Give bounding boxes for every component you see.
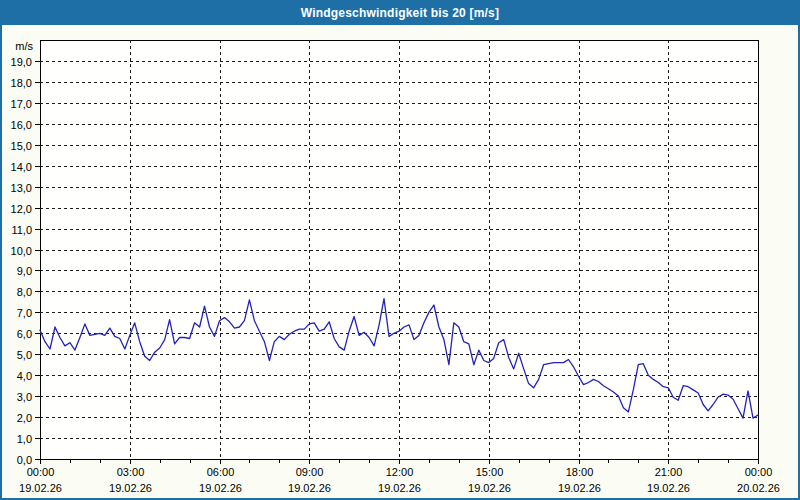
y-tick-label: 17,0 — [11, 98, 32, 110]
x-tick-time-label: 09:00 — [296, 466, 324, 478]
y-tick-label: 9,0 — [17, 265, 32, 277]
y-tick-label: 5,0 — [17, 349, 32, 361]
x-tick-time-label: 06:00 — [207, 466, 235, 478]
x-tick-date-label: 20.02.26 — [737, 482, 780, 494]
y-tick-label: 8,0 — [17, 286, 32, 298]
y-tick-label: 12,0 — [11, 203, 32, 215]
x-tick-time-label: 00:00 — [27, 466, 55, 478]
y-tick-label: 11,0 — [11, 224, 32, 236]
x-tick-date-label: 19.02.26 — [378, 482, 421, 494]
x-tick-time-label: 15:00 — [476, 466, 504, 478]
y-tick-label: 4,0 — [17, 370, 32, 382]
y-tick-label: 7,0 — [17, 307, 32, 319]
y-tick-label: 2,0 — [17, 412, 32, 424]
x-tick-time-label: 21:00 — [655, 466, 683, 478]
wind-speed-chart: 0,01,02,03,04,05,06,07,08,09,010,011,012… — [0, 0, 800, 500]
y-tick-label: 16,0 — [11, 119, 32, 131]
x-tick-time-label: 18:00 — [566, 466, 594, 478]
x-tick-time-label: 12:00 — [386, 466, 414, 478]
x-tick-date-label: 19.02.26 — [468, 482, 511, 494]
y-tick-label: 14,0 — [11, 161, 32, 173]
x-tick-date-label: 19.02.26 — [288, 482, 331, 494]
y-tick-label: 18,0 — [11, 77, 32, 89]
y-axis-unit-label: m/s — [15, 40, 33, 52]
x-tick-time-label: 00:00 — [745, 466, 773, 478]
wind-speed-chart-window: Windgeschwindigkeit bis 20 [m/s] 0,01,02… — [0, 0, 800, 500]
x-tick-date-label: 19.02.26 — [647, 482, 690, 494]
y-tick-label: 0,0 — [17, 454, 32, 466]
x-tick-time-label: 03:00 — [117, 466, 145, 478]
y-tick-label: 10,0 — [11, 245, 32, 257]
y-tick-label: 13,0 — [11, 182, 32, 194]
x-tick-date-label: 19.02.26 — [199, 482, 242, 494]
x-tick-date-label: 19.02.26 — [558, 482, 601, 494]
y-tick-label: 6,0 — [17, 328, 32, 340]
x-tick-date-label: 19.02.26 — [19, 482, 62, 494]
y-tick-label: 19,0 — [11, 56, 32, 68]
y-tick-label: 3,0 — [17, 391, 32, 403]
x-tick-date-label: 19.02.26 — [109, 482, 152, 494]
y-tick-label: 15,0 — [11, 140, 32, 152]
y-tick-label: 1,0 — [17, 433, 32, 445]
